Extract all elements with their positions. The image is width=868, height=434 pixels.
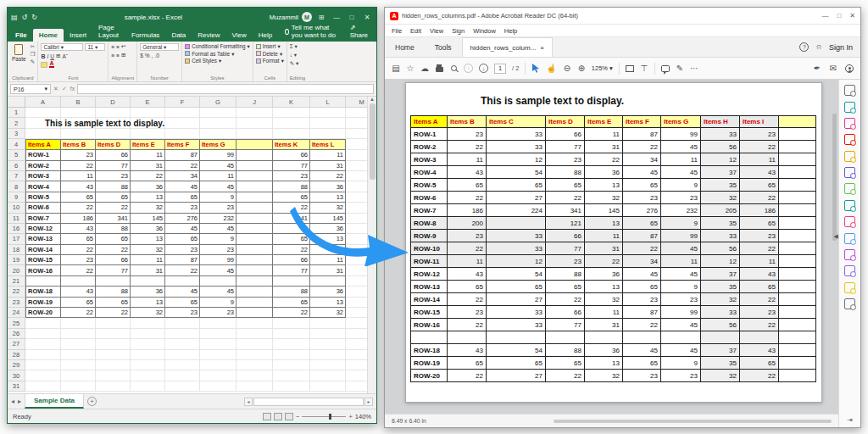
sign-in-button[interactable]: Sign In [829, 43, 853, 52]
ribbon-display-options-icon[interactable]: ⊞ [315, 14, 327, 21]
cell[interactable] [346, 161, 367, 171]
cell[interactable] [96, 350, 131, 360]
row-label-cell[interactable]: ROW-18 [25, 287, 61, 297]
merge-center-icon[interactable]: ⊞ [121, 52, 125, 58]
value-cell[interactable]: 22 [131, 171, 165, 181]
cell[interactable] [273, 370, 310, 381]
value-cell[interactable]: 11 [200, 171, 236, 181]
help-icon[interactable]: ? [799, 42, 809, 52]
cell[interactable] [165, 329, 200, 339]
star-icon[interactable]: ☆ [406, 64, 415, 73]
create-pdf-icon[interactable] [844, 134, 855, 145]
fill-color-icon[interactable] [41, 62, 47, 68]
cell[interactable] [61, 360, 96, 370]
value-cell[interactable]: 65 [165, 234, 200, 244]
cell[interactable] [310, 381, 346, 392]
cell[interactable] [200, 360, 236, 370]
value-cell[interactable] [200, 276, 236, 287]
cell[interactable] [200, 329, 236, 339]
tab-view[interactable]: View [226, 29, 253, 42]
cell[interactable] [165, 318, 200, 328]
row-header-20[interactable]: 20 [8, 265, 25, 275]
row-label-cell[interactable]: ROW-20 [25, 308, 61, 318]
wrap-text-icon[interactable]: ↩ [121, 43, 125, 50]
row-header-23[interactable]: 23 [8, 298, 25, 308]
row-label-cell[interactable]: ROW-7 [25, 214, 61, 224]
value-cell[interactable]: 13 [310, 298, 346, 308]
cell[interactable] [131, 129, 165, 139]
value-cell[interactable]: 87 [165, 255, 200, 265]
cell[interactable] [165, 129, 200, 139]
value-cell[interactable]: 13 [131, 192, 165, 203]
value-cell[interactable]: 65 [273, 298, 310, 308]
column-header-J[interactable]: J [236, 97, 273, 108]
cut-icon[interactable]: ✂ [31, 43, 36, 50]
value-cell[interactable]: 65 [96, 192, 131, 203]
save-icon[interactable]: ▤ [392, 64, 400, 73]
previous-page-icon[interactable]: ↑ [464, 64, 473, 73]
underline-button[interactable]: U [50, 53, 54, 59]
comma-icon[interactable]: , [152, 53, 153, 58]
cell[interactable] [310, 370, 346, 381]
row-header-19[interactable]: 19 [8, 255, 25, 265]
fill-sign-quill-icon[interactable]: ✒ [813, 64, 821, 73]
redo-icon[interactable]: ↻ [31, 14, 37, 21]
value-cell[interactable]: 65 [61, 298, 96, 308]
column-header-B[interactable]: B [61, 97, 96, 108]
page-layout-view-icon[interactable] [274, 413, 282, 420]
excel-horizontal-scrollbar[interactable]: ◂ ▸ [244, 398, 373, 406]
cell[interactable] [273, 329, 310, 339]
value-cell[interactable] [310, 276, 346, 287]
delete-cells-button[interactable]: Delete ▾ [256, 51, 284, 57]
table-header-cell[interactable]: Items K [273, 139, 310, 150]
row-label-cell[interactable]: ROW-5 [25, 192, 61, 203]
cell[interactable] [273, 339, 310, 349]
cell[interactable] [310, 118, 346, 128]
value-cell[interactable]: 87 [165, 150, 200, 160]
cell[interactable] [346, 129, 367, 139]
autosum-icon[interactable]: Σ ▾ [290, 43, 298, 50]
value-cell[interactable] [236, 245, 273, 255]
zoom-level-dropdown[interactable]: 125% ▾ [592, 64, 613, 72]
cell[interactable] [200, 118, 236, 128]
cell[interactable] [236, 360, 273, 370]
decimal-icons[interactable]: .0 [154, 53, 159, 58]
cut-tool-icon[interactable] [844, 298, 855, 309]
value-cell[interactable] [273, 276, 310, 287]
value-cell[interactable] [236, 171, 273, 181]
table-header-cell[interactable]: Items F [165, 139, 200, 150]
enter-entry-icon[interactable]: ✓ [62, 86, 67, 92]
cell[interactable] [25, 339, 61, 349]
sheet-tab-sample-data[interactable]: Sample Data [25, 394, 84, 409]
value-cell[interactable] [236, 308, 273, 318]
value-cell[interactable]: 45 [165, 287, 200, 297]
cell[interactable] [346, 171, 367, 181]
row-header-18[interactable]: 18 [8, 245, 25, 255]
cell[interactable] [346, 381, 367, 392]
column-header-A[interactable]: A [25, 97, 61, 108]
value-cell[interactable]: 77 [273, 265, 310, 275]
comment-icon[interactable] [661, 65, 670, 72]
value-cell[interactable]: 186 [61, 214, 96, 224]
bold-button[interactable]: B [41, 53, 45, 59]
cell[interactable] [310, 329, 346, 339]
minimize-button[interactable]: — [821, 12, 828, 19]
table-header-cell[interactable] [236, 139, 273, 150]
comment-tool-icon[interactable] [844, 151, 855, 162]
value-cell[interactable]: 9 [200, 234, 236, 244]
cell[interactable] [200, 350, 236, 360]
value-cell[interactable]: 22 [96, 203, 131, 213]
cell[interactable] [346, 308, 367, 318]
value-cell[interactable]: 23 [165, 203, 200, 213]
edit-pdf-icon[interactable] [844, 118, 855, 129]
value-cell[interactable] [96, 276, 131, 287]
close-button[interactable]: ✕ [849, 12, 855, 19]
row-label-cell[interactable]: ROW-3 [25, 171, 61, 181]
page-number-input[interactable]: 1 [494, 64, 506, 74]
value-cell[interactable] [236, 224, 273, 234]
cell[interactable] [346, 181, 367, 192]
value-cell[interactable] [236, 287, 273, 297]
tell-me-box[interactable]: Tell me what you want to do [278, 21, 342, 42]
cell[interactable] [131, 339, 165, 349]
value-cell[interactable]: 65 [61, 192, 96, 203]
